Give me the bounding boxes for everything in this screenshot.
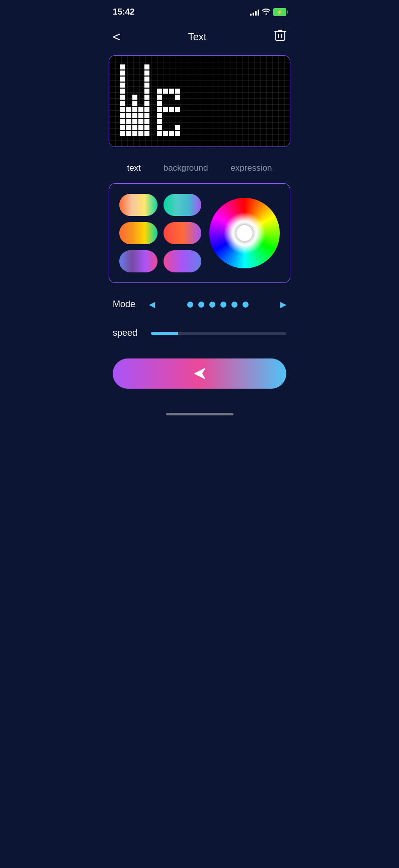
svg-rect-59 bbox=[163, 131, 168, 136]
svg-rect-28 bbox=[138, 113, 143, 118]
speed-slider-track bbox=[151, 332, 286, 335]
svg-rect-31 bbox=[138, 131, 143, 136]
svg-rect-58 bbox=[157, 131, 162, 136]
tab-background[interactable]: background bbox=[159, 161, 212, 175]
mode-prev-button[interactable]: ◀ bbox=[149, 300, 155, 309]
svg-rect-47 bbox=[175, 89, 180, 94]
svg-rect-48 bbox=[157, 95, 162, 100]
status-icons: ⚡ bbox=[250, 8, 286, 16]
svg-rect-0 bbox=[276, 32, 285, 40]
speed-label: speed bbox=[113, 328, 143, 338]
mode-dot-3[interactable] bbox=[209, 302, 215, 308]
color-swatch-6[interactable] bbox=[164, 250, 202, 272]
mode-next-button[interactable]: ▶ bbox=[280, 300, 286, 309]
svg-rect-49 bbox=[157, 101, 162, 106]
tab-text[interactable]: text bbox=[123, 161, 144, 175]
svg-rect-44 bbox=[157, 89, 162, 94]
svg-rect-26 bbox=[132, 131, 137, 136]
color-wheel-container[interactable] bbox=[209, 198, 280, 268]
mode-dots bbox=[161, 302, 274, 308]
color-swatches bbox=[119, 194, 201, 272]
battery-icon: ⚡ bbox=[273, 8, 286, 16]
svg-rect-56 bbox=[157, 119, 162, 124]
svg-rect-54 bbox=[175, 95, 180, 100]
svg-rect-35 bbox=[144, 83, 149, 88]
svg-rect-4 bbox=[120, 70, 125, 76]
speed-section: speed bbox=[101, 324, 298, 358]
status-time: 15:42 bbox=[113, 7, 134, 17]
svg-rect-2 bbox=[281, 34, 282, 38]
svg-rect-46 bbox=[169, 89, 174, 94]
svg-rect-61 bbox=[175, 131, 180, 136]
wifi-icon bbox=[262, 8, 270, 16]
svg-rect-3 bbox=[120, 64, 125, 69]
svg-rect-62 bbox=[175, 125, 180, 130]
svg-rect-38 bbox=[144, 101, 149, 106]
color-wheel-center-dot bbox=[236, 225, 253, 241]
tabs-container: text background expression bbox=[101, 157, 298, 183]
mode-dot-5[interactable] bbox=[231, 302, 237, 308]
svg-rect-52 bbox=[169, 107, 174, 112]
mode-dot-1[interactable] bbox=[187, 302, 193, 308]
svg-rect-20 bbox=[132, 95, 137, 100]
mode-label: Mode bbox=[113, 299, 143, 310]
svg-rect-60 bbox=[169, 131, 174, 136]
mode-section: Mode ◀ ▶ bbox=[101, 295, 298, 324]
signal-icon bbox=[250, 9, 259, 16]
svg-rect-36 bbox=[144, 89, 149, 94]
send-button-container bbox=[101, 358, 298, 409]
svg-rect-7 bbox=[120, 89, 125, 94]
send-icon bbox=[193, 367, 207, 381]
color-swatch-2[interactable] bbox=[164, 194, 202, 216]
delete-button[interactable] bbox=[274, 28, 286, 45]
mode-dot-6[interactable] bbox=[243, 302, 249, 308]
svg-rect-10 bbox=[120, 107, 125, 112]
svg-rect-22 bbox=[132, 107, 137, 112]
svg-rect-53 bbox=[175, 107, 180, 112]
speed-slider[interactable] bbox=[151, 332, 286, 335]
svg-rect-43 bbox=[144, 131, 149, 136]
svg-rect-15 bbox=[126, 107, 131, 112]
svg-rect-45 bbox=[163, 89, 168, 94]
color-swatch-5[interactable] bbox=[119, 250, 157, 272]
color-swatch-1[interactable] bbox=[119, 194, 157, 216]
svg-rect-18 bbox=[126, 125, 131, 130]
send-button[interactable] bbox=[113, 358, 286, 389]
svg-rect-8 bbox=[120, 95, 125, 100]
home-bar bbox=[166, 413, 233, 415]
svg-rect-17 bbox=[126, 119, 131, 124]
svg-rect-9 bbox=[120, 101, 125, 106]
color-swatch-3[interactable] bbox=[119, 222, 157, 244]
color-panel bbox=[109, 183, 290, 283]
status-bar: 15:42 ⚡ bbox=[101, 0, 298, 22]
svg-rect-50 bbox=[157, 107, 162, 112]
svg-rect-23 bbox=[132, 113, 137, 118]
page-title: Text bbox=[188, 31, 207, 43]
color-swatch-4[interactable] bbox=[164, 222, 202, 244]
svg-rect-21 bbox=[132, 101, 137, 106]
svg-rect-24 bbox=[132, 119, 137, 124]
svg-rect-12 bbox=[120, 119, 125, 124]
tab-expression[interactable]: expression bbox=[226, 161, 276, 175]
mode-dot-2[interactable] bbox=[198, 302, 204, 308]
svg-rect-33 bbox=[144, 70, 149, 76]
pixel-canvas bbox=[109, 56, 290, 147]
home-indicator bbox=[101, 409, 298, 421]
svg-rect-19 bbox=[126, 131, 131, 136]
svg-rect-41 bbox=[144, 119, 149, 124]
svg-rect-29 bbox=[138, 119, 143, 124]
mode-dot-4[interactable] bbox=[220, 302, 226, 308]
back-button[interactable]: < bbox=[113, 30, 120, 43]
svg-rect-5 bbox=[120, 77, 125, 82]
svg-rect-11 bbox=[120, 113, 125, 118]
svg-rect-30 bbox=[138, 125, 143, 130]
svg-rect-14 bbox=[120, 131, 125, 136]
svg-rect-39 bbox=[144, 107, 149, 112]
battery-charging-icon: ⚡ bbox=[276, 9, 283, 16]
svg-rect-13 bbox=[120, 125, 125, 130]
svg-rect-1 bbox=[278, 34, 279, 38]
svg-rect-37 bbox=[144, 95, 149, 100]
nav-header: < Text bbox=[101, 22, 298, 55]
svg-rect-32 bbox=[144, 64, 149, 69]
svg-rect-55 bbox=[157, 113, 162, 118]
